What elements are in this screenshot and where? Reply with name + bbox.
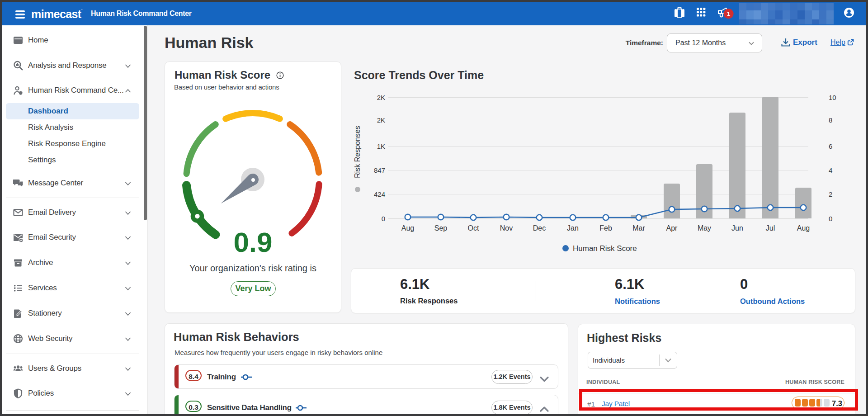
svg-text:1: 1 <box>727 10 731 17</box>
